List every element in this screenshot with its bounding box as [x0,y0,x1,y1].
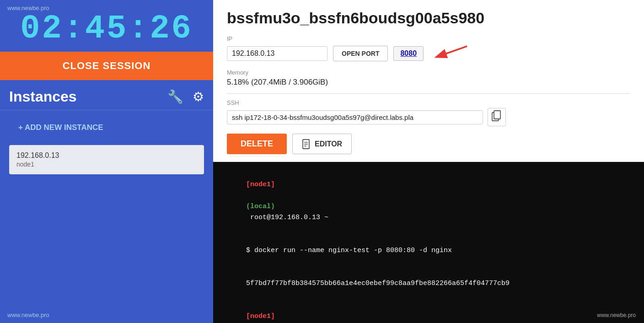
terminal[interactable]: [node1] (local) root@192.168.0.13 ~ $ do… [213,162,644,323]
close-session-button[interactable]: CLOSE SESSION [0,52,213,80]
sidebar-top: www.newbe.pro 02:45:26 [0,0,213,52]
term-prompt-2: [node1] [246,312,275,320]
open-port-button[interactable]: OPEN PORT [333,46,388,61]
terminal-line-3: 5f7bd7f77bf8b384575bb66a1e4ec0ebef99c8aa… [221,267,636,300]
clock-display: 02:45:26 [20,12,193,45]
add-instance-button[interactable]: + ADD NEW INSTANCE [9,118,204,137]
sidebar: www.newbe.pro 02:45:26 CLOSE SESSION Ins… [0,0,213,323]
ssh-row: SSH [227,99,630,126]
divider [227,93,630,94]
arrow-indicator [433,44,469,63]
instances-title: Instances [9,88,158,105]
memory-row: Memory 5.18% (207.4MiB / 3.906GiB) [227,69,630,87]
term-prompt-1: [node1] [246,181,275,188]
ssh-input[interactable] [227,110,483,124]
ssh-value-row [227,108,630,126]
main-content: bssfmu3o_bssfn6boudsg00a5s980 IP OPEN PO… [213,0,644,323]
instance-ip: 192.168.0.13 [16,151,197,160]
editor-button[interactable]: EDITOR [292,134,352,154]
gear-icon[interactable]: ⚙ [193,89,204,104]
term-local-1: (local) [246,203,275,210]
instance-detail: bssfmu3o_bssfn6boudsg00a5s980 IP OPEN PO… [213,0,644,162]
term-rest-1: root@192.168.0.13 ~ [246,214,328,221]
instances-header: Instances 🔧 ⚙ [0,80,213,110]
memory-label: Memory [227,69,630,76]
port-value[interactable]: 8080 [393,46,424,61]
delete-button[interactable]: DELETE [227,134,287,154]
wrench-icon[interactable]: 🔧 [167,89,183,104]
svg-rect-3 [494,111,500,119]
ip-input[interactable] [227,46,327,61]
instance-name: node1 [16,161,197,168]
terminal-footer: www.newbe.pro [597,312,636,318]
terminal-line-4: [node1] (local) root@192.168.0.13 ~ [221,300,636,323]
ip-label: IP [227,35,630,42]
ip-value-row: OPEN PORT 8080 [227,44,630,63]
copy-icon[interactable] [488,108,506,126]
terminal-line-1: [node1] (local) root@192.168.0.13 ~ [221,168,636,234]
ip-row: IP OPEN PORT 8080 [227,35,630,63]
instance-list: 192.168.0.13 node1 [0,145,213,178]
svg-line-1 [437,46,467,57]
ssh-label: SSH [227,99,630,106]
terminal-line-2: $ docker run --name nginx-test -p 8080:8… [221,234,636,267]
action-row: DELETE EDITOR [227,134,630,154]
sidebar-footer: www.newbe.pro [7,312,49,318]
editor-icon [302,139,311,149]
instance-item[interactable]: 192.168.0.13 node1 [9,145,204,174]
instance-detail-title: bssfmu3o_bssfn6boudsg00a5s980 [227,9,630,27]
memory-value: 5.18% (207.4MiB / 3.906GiB) [227,78,630,87]
